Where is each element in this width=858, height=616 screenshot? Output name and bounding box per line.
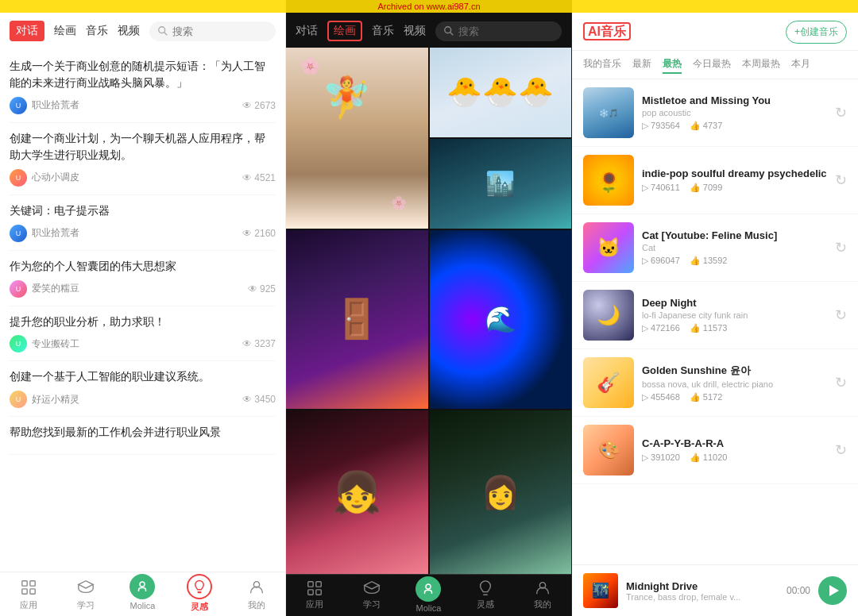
bottom-nav-item-inspire[interactable]: 灵感 (171, 577, 228, 613)
song-info: C-A-P-Y-B-A-R-A ▷ 391020 👍 11020 (642, 437, 827, 463)
bottom-nav-label: 灵感 (477, 599, 494, 610)
study-icon (77, 579, 95, 596)
tab-hottest[interactable]: 最热 (663, 56, 682, 74)
music-tabs: 我的音乐 最新 最热 今日最热 本周最热 本月 (572, 51, 858, 79)
bottom-nav-item-study2[interactable]: 学习 (343, 579, 400, 613)
bottom-nav-item-profile2[interactable]: 我的 (514, 579, 571, 613)
bottom-nav-item-inspire2[interactable]: 灵感 (457, 579, 514, 613)
song-action[interactable]: ↻ (835, 441, 847, 459)
list-item: 提升您的职业分析，助力求职！ U 专业搬砖工 👁 3237 (10, 306, 276, 362)
song-thumb: 🎸 (583, 357, 634, 408)
tab-drawing-chat[interactable]: 绘画 (54, 24, 76, 38)
song-info: indie-pop soulful dreamy psychedelic ▷ 7… (642, 167, 827, 193)
grid-cell-fairy[interactable]: 🧚 🌸 🌸 (286, 48, 428, 229)
player-time: 00:00 (786, 585, 810, 596)
username: 好运小精灵 (32, 393, 79, 406)
song-stats: ▷ 472166 👍 11573 (642, 323, 827, 333)
chat-text: 创建一个基于人工智能的职业建议系统。 (10, 369, 276, 386)
bottom-nav-item-app2[interactable]: 应用 (286, 579, 343, 613)
bottom-nav-label: 学习 (363, 599, 381, 610)
molica-icon-wrap (129, 574, 155, 599)
list-item: 生成一个关于商业创意的随机提示短语：「为人工智能的未来进行商业战略头脑风暴。」 … (10, 51, 276, 123)
inspire-icon2 (477, 579, 494, 597)
tab-month[interactable]: 本月 (791, 56, 810, 74)
list-item: 作为您的个人智囊团的伟大思想家 U 爱笑的糯豆 👁 925 (10, 251, 276, 306)
song-action[interactable]: ↻ (835, 306, 847, 324)
chat-text: 帮助您找到最新的工作机会并进行职业风景 (10, 425, 276, 441)
bottom-nav-label: Molica (416, 603, 442, 613)
play-icon (829, 585, 839, 596)
tab-week-hot[interactable]: 本周最热 (742, 56, 780, 74)
grid-cell-city[interactable]: 🏙️ (430, 139, 572, 229)
song-stats: ▷ 696047 👍 13592 (642, 256, 827, 266)
create-music-button[interactable]: +创建音乐 (786, 21, 847, 44)
tab-chat-drawing[interactable]: 对话 (296, 24, 318, 38)
grid-cell-neon[interactable]: 🌊 (430, 230, 572, 410)
tab-video-chat[interactable]: 视频 (118, 24, 140, 38)
bottom-nav-item-molica[interactable]: Molica (114, 577, 172, 613)
study-icon2 (363, 579, 381, 597)
grid-cell-girl[interactable]: 👧 (286, 410, 428, 574)
list-item: 帮助您找到最新的工作机会并进行职业风景 (10, 417, 276, 455)
song-action[interactable]: ↻ (835, 374, 847, 391)
song-item[interactable]: 🎸 Golden Sunshine 윤아 bossa nova, uk dril… (572, 349, 858, 417)
song-thumb: 🎨 (583, 425, 634, 475)
drawing-grid: 🧚 🌸 🌸 🐣🐣🐣 🏙️ 🚪 🌊 👧 (286, 48, 571, 574)
avatar: U (10, 169, 27, 187)
song-action[interactable]: ↻ (835, 104, 847, 121)
search-input-drawing[interactable] (458, 25, 554, 37)
search-bar-drawing[interactable] (435, 21, 562, 41)
bottom-nav-item-app[interactable]: 应用 (0, 577, 57, 613)
bottom-nav-drawing: 应用 学习 Molica (286, 574, 571, 616)
grid-cell-mirror[interactable]: 🚪 (286, 230, 428, 410)
chat-text: 提升您的职业分析，助力求职！ (10, 314, 276, 331)
tab-latest[interactable]: 最新 (632, 56, 651, 74)
bottom-nav-item-molica2[interactable]: Molica (400, 579, 458, 613)
archive-banner: Archived on www.ai987.cn (0, 0, 858, 13)
username: 专业搬砖工 (32, 337, 79, 351)
bottom-nav-item-study[interactable]: 学习 (57, 577, 114, 613)
grid-cell-birds[interactable]: 🐣🐣🐣 (430, 48, 572, 137)
svg-rect-5 (30, 589, 35, 594)
svg-line-1 (164, 33, 168, 36)
list-item: 关键词：电子提示器 U 职业拾荒者 👁 2160 (10, 195, 276, 251)
username: 职业拾荒者 (32, 98, 79, 112)
tab-chat-active[interactable]: 对话 (10, 21, 44, 41)
song-info: Golden Sunshine 윤아 bossa nova, uk drill,… (642, 364, 827, 402)
profile-icon2 (534, 579, 551, 597)
song-name: Golden Sunshine 윤아 (642, 364, 827, 378)
tab-today-hot[interactable]: 今日最热 (693, 56, 731, 74)
view-count: 👁 2673 (242, 100, 276, 111)
chat-header: 对话 绘画 音乐 视频 (0, 14, 285, 48)
bottom-nav-item-profile[interactable]: 我的 (228, 577, 285, 613)
play-button[interactable] (818, 576, 847, 605)
music-panel-title: AI音乐 (583, 24, 778, 40)
tab-video-drawing[interactable]: 视频 (404, 24, 426, 38)
drawing-panel: 对话 绘画 音乐 视频 🧚 🌸 🌸 (286, 0, 572, 616)
molica-icon2 (421, 582, 435, 596)
song-item[interactable]: 🎨 C-A-P-Y-B-A-R-A ▷ 391020 👍 11020 ↻ (572, 417, 858, 484)
song-item[interactable]: 🌻 indie-pop soulful dreamy psychedelic ▷… (572, 147, 858, 214)
svg-rect-12 (308, 590, 313, 595)
svg-rect-11 (316, 582, 321, 587)
svg-point-6 (140, 582, 145, 587)
tab-my-music[interactable]: 我的音乐 (583, 56, 621, 74)
song-action[interactable]: ↻ (835, 171, 847, 189)
chat-list: 生成一个关于商业创意的随机提示短语：「为人工智能的未来进行商业战略头脑风暴。」 … (0, 48, 285, 572)
svg-point-8 (445, 27, 451, 33)
tab-music-chat[interactable]: 音乐 (86, 24, 108, 38)
svg-point-0 (159, 27, 165, 33)
molica-icon (135, 579, 149, 594)
song-action[interactable]: ↻ (835, 239, 847, 256)
song-item[interactable]: 🐱 Cat [Youtube: Feline Music] Cat ▷ 6960… (572, 214, 858, 282)
tab-drawing-active[interactable]: 绘画 (327, 21, 362, 41)
player-thumb: 🌃 (583, 573, 618, 608)
search-bar-chat[interactable] (149, 21, 276, 41)
song-item[interactable]: ❄️🎵 Mistletoe and Missing You pop acoust… (572, 79, 858, 147)
grid-cell-girl2[interactable]: 👩 (430, 410, 572, 574)
song-info: Mistletoe and Missing You pop acoustic ▷… (642, 94, 827, 131)
song-item[interactable]: 🌙 Deep Night lo-fi Japanese city funk ra… (572, 282, 858, 349)
search-input-chat[interactable] (172, 25, 268, 37)
tab-music-drawing[interactable]: 音乐 (372, 24, 394, 38)
player-info: Midnight Drive Trance, bass drop, female… (626, 580, 779, 602)
